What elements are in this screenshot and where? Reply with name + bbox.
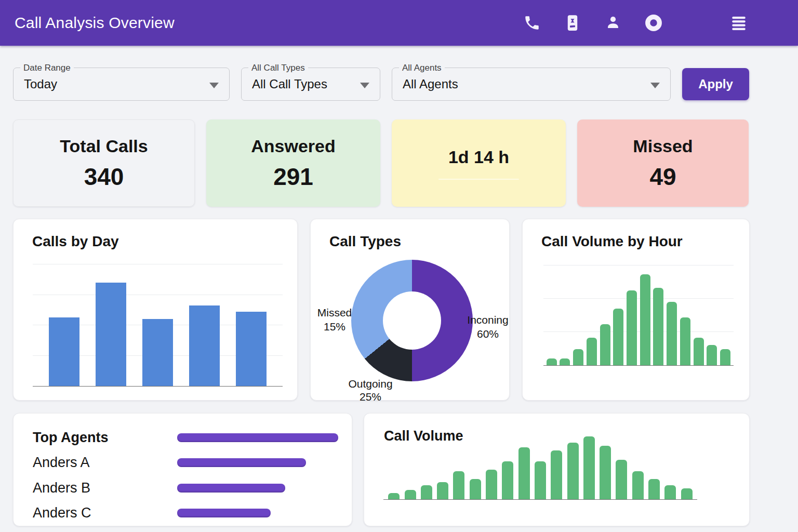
call-volume-chart [383, 437, 697, 500]
agent-bar-track [177, 484, 338, 493]
bar [560, 358, 570, 365]
phone-icon[interactable] [523, 14, 541, 32]
app-header: Call Analysis Overview [0, 0, 798, 46]
bar [142, 319, 173, 386]
chevron-down-icon [209, 83, 219, 88]
call-types-label: All Call Types [248, 63, 308, 73]
top-agents-chart: Top AgentsAnders AAnders BAnders C [33, 425, 338, 526]
call-types-value: All Call Types [252, 77, 327, 91]
chevron-down-icon [650, 83, 660, 88]
pie-label-incoming: Inconing 60% [464, 313, 511, 341]
bar [453, 471, 464, 499]
chart-title: Call Types [329, 233, 401, 250]
calls-by-day-card: Calls by Day [13, 219, 298, 401]
agent-bar [177, 458, 306, 467]
contact-card-icon[interactable] [563, 14, 582, 32]
stat-value: 340 [84, 163, 124, 191]
bar [600, 324, 610, 365]
gridline [543, 265, 734, 265]
bar [405, 490, 416, 499]
bar [573, 349, 583, 365]
agent-bar [177, 509, 271, 517]
bar [567, 443, 579, 499]
agents-select[interactable]: All Agents All Agents [392, 68, 671, 101]
agents-label: All Agents [399, 63, 445, 73]
stat-title: 1d 14 h [448, 147, 509, 167]
bar [421, 485, 432, 499]
call-volume-by-hour-chart [543, 268, 734, 366]
menu-icon[interactable] [729, 14, 748, 32]
agent-bar [177, 433, 338, 442]
bar [437, 482, 448, 499]
top-agents-card: Top AgentsAnders AAnders BAnders C [13, 413, 352, 526]
agent-row: Anders B [33, 475, 338, 501]
chart-title: Calls by Day [32, 233, 119, 250]
bar [680, 317, 690, 365]
date-range-value: Today [24, 77, 57, 91]
bar [502, 461, 513, 499]
duration-card: 1d 14 h [392, 119, 566, 207]
apply-button[interactable]: Apply [682, 68, 749, 100]
donut-hole [383, 291, 441, 350]
bar [96, 283, 126, 386]
bar [681, 488, 693, 499]
bar [49, 317, 79, 386]
bar [694, 338, 704, 365]
divider [438, 179, 519, 180]
header-icon-bar [523, 14, 748, 32]
main-content: Date Range Today All Call Types All Call… [0, 46, 798, 526]
bar [547, 358, 557, 365]
bar [653, 288, 663, 365]
bar [648, 479, 660, 499]
call-types-select[interactable]: All Call Types All Call Types [241, 68, 380, 101]
agent-label: Top Agents [33, 430, 177, 446]
answered-card: Answered 291 [206, 119, 380, 207]
bar [518, 447, 530, 499]
bar [587, 338, 597, 365]
agent-bar-track [177, 509, 338, 517]
date-range-label: Date Range [20, 63, 74, 73]
record-icon[interactable] [644, 14, 663, 32]
bottom-row: Top AgentsAnders AAnders BAnders C Call … [13, 413, 750, 526]
agent-row: Top Agents [33, 425, 338, 450]
page-title: Call Analysis Overview [15, 14, 175, 32]
call-types-donut-chart [351, 260, 473, 381]
bar [470, 479, 481, 499]
bar [632, 471, 644, 499]
agent-label: Anders B [33, 480, 177, 496]
agent-label: Anders A [33, 455, 177, 471]
stat-value: 49 [649, 163, 676, 191]
stat-cards: Total Calls 340 Answered 291 1d 14 h Mis… [13, 119, 750, 207]
bar [664, 485, 676, 499]
bar [667, 302, 677, 365]
bar [236, 312, 267, 386]
bar [551, 450, 562, 499]
bar-group [383, 437, 697, 499]
stat-title: Total Calls [60, 136, 148, 156]
stat-title: Answered [251, 136, 336, 156]
person-icon[interactable] [604, 14, 622, 32]
pie-label-outgoing: Outgoing 25% [337, 377, 404, 403]
pie-label-missed: Missed 15% [311, 305, 358, 334]
bar-group [543, 268, 734, 365]
filter-bar: Date Range Today All Call Types All Call… [13, 68, 750, 101]
call-volume-card: Call Volume [364, 413, 750, 526]
stat-value: 291 [273, 163, 313, 191]
date-range-select[interactable]: Date Range Today [13, 68, 230, 101]
chart-title: Call Volume by Hour [541, 233, 683, 250]
bar [616, 460, 627, 499]
bar [640, 274, 650, 365]
bar [600, 446, 611, 499]
bar [189, 305, 220, 386]
bar [627, 290, 637, 365]
chart-row: Calls by Day Call Types Missed 15% Incon… [13, 219, 750, 401]
bar [388, 493, 400, 499]
stat-title: Missed [633, 136, 693, 156]
total-calls-card: Total Calls 340 [13, 119, 195, 207]
bar [583, 436, 595, 499]
agent-row: Anders C [33, 501, 338, 526]
calls-by-day-chart [33, 266, 283, 387]
gridline [33, 264, 283, 264]
agent-bar [177, 484, 285, 493]
agent-row: Anders A [33, 450, 338, 476]
